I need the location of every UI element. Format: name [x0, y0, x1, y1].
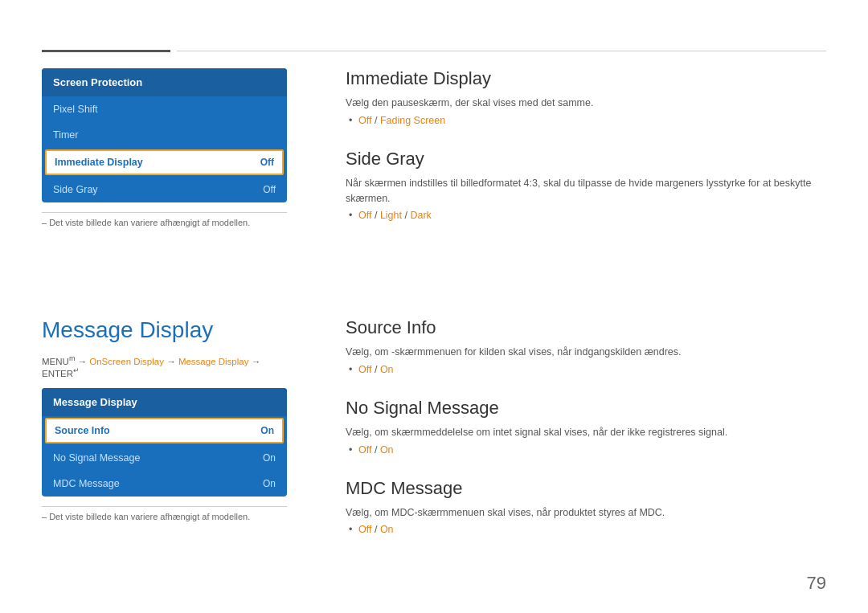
- no-signal-off: Off: [358, 444, 371, 456]
- menu-path: MENUm → OnScreen Display → Message Displ…: [42, 354, 287, 378]
- mdc-message-option: Off / On: [358, 524, 826, 535]
- no-signal-desc: Vælg, om skærmmeddelelse om intet signal…: [346, 425, 826, 440]
- mdc-label: MDC Message: [53, 478, 120, 489]
- menu-item-pixel-shift[interactable]: Pixel Shift: [42, 96, 287, 122]
- side-gray-dark: Dark: [410, 210, 431, 221]
- timer-label: Timer: [53, 129, 78, 141]
- side-gray-off: Off: [358, 210, 371, 221]
- mdc-message-title: MDC Message: [346, 478, 826, 499]
- message-display-link[interactable]: Message Display: [178, 357, 249, 366]
- screen-protection-section: Screen Protection Pixel Shift Timer Imme…: [42, 68, 287, 227]
- immediate-display-fading: Fading Screen: [380, 115, 445, 126]
- sep3: /: [402, 210, 410, 221]
- message-display-section: Message Display MENUm → OnScreen Display…: [42, 317, 287, 521]
- source-info-option: Off / On: [358, 364, 826, 375]
- sep4: /: [371, 364, 379, 375]
- source-info-options: Off / On: [346, 364, 826, 375]
- note-text-2: – Det viste billede kan variere afhængig…: [42, 512, 287, 521]
- onscreen-display-link[interactable]: OnScreen Display: [89, 357, 164, 366]
- menu-sup-icon: m: [69, 354, 76, 362]
- side-gray-title: Side Gray: [346, 149, 826, 170]
- screen-protection-header: Screen Protection: [42, 68, 287, 96]
- menu-item-immediate-display[interactable]: Immediate Display Off: [45, 149, 284, 175]
- immediate-display-option: Off / Fading Screen: [358, 115, 826, 126]
- source-info-value: On: [260, 425, 274, 436]
- source-info-section: Source Info Vælg, om -skærmmenuen for ki…: [346, 317, 826, 375]
- immediate-display-label: Immediate Display: [55, 157, 143, 168]
- source-info-off: Off: [358, 364, 371, 375]
- enter-label: ENTER: [42, 369, 73, 378]
- message-display-box-header: Message Display: [42, 388, 287, 416]
- no-signal-section: No Signal Message Vælg, om skærmmeddelel…: [346, 398, 826, 456]
- message-display-menu: Message Display Source Info On No Signal…: [42, 388, 287, 497]
- source-info-on: On: [380, 364, 394, 375]
- immediate-display-value: Off: [260, 157, 274, 168]
- no-signal-label: No Signal Message: [53, 452, 140, 464]
- note-text: – Det viste billede kan variere afhængig…: [42, 218, 287, 227]
- mdc-message-desc: Vælg, om MDC-skærmmenuen skal vises, når…: [346, 505, 826, 521]
- side-gray-value: Off: [263, 184, 276, 195]
- sep2: /: [371, 210, 379, 221]
- menu-label: MENU: [42, 357, 69, 366]
- no-signal-title: No Signal Message: [346, 398, 826, 419]
- side-gray-light: Light: [380, 210, 402, 221]
- side-gray-option: Off / Light / Dark: [358, 210, 826, 221]
- immediate-display-title: Immediate Display: [346, 68, 826, 89]
- sep1: /: [371, 115, 379, 126]
- pixel-shift-label: Pixel Shift: [53, 104, 98, 115]
- menu-item-side-gray[interactable]: Side Gray Off: [42, 177, 287, 202]
- menu-item-no-signal[interactable]: No Signal Message On: [42, 445, 287, 471]
- immediate-display-desc: Vælg den pauseskærm, der skal vises med …: [346, 96, 826, 111]
- enter-icon: ↵: [73, 366, 80, 374]
- separator: [42, 212, 287, 213]
- page-number: 79: [807, 573, 826, 594]
- top-line-dark: [42, 50, 170, 52]
- side-gray-desc: Når skærmen indstilles til billedformate…: [346, 176, 826, 206]
- immediate-display-section: Immediate Display Vælg den pauseskærm, d…: [346, 68, 826, 126]
- separator-bottom: [42, 506, 287, 507]
- side-gray-section: Side Gray Når skærmen indstilles til bil…: [346, 149, 826, 222]
- menu-item-timer[interactable]: Timer: [42, 122, 287, 148]
- source-info-title: Source Info: [346, 317, 826, 338]
- immediate-display-off: Off: [358, 115, 371, 126]
- mdc-message-on: On: [380, 524, 394, 535]
- top-line-light: [177, 51, 826, 51]
- mdc-message-section: MDC Message Vælg, om MDC-skærmmenuen ska…: [346, 478, 826, 536]
- menu-item-mdc[interactable]: MDC Message On: [42, 471, 287, 497]
- side-gray-label: Side Gray: [53, 184, 98, 195]
- mdc-message-options: Off / On: [346, 524, 826, 535]
- right-top-section: Immediate Display Vælg den pauseskærm, d…: [346, 68, 826, 221]
- sep5: /: [371, 444, 379, 456]
- immediate-display-options: Off / Fading Screen: [346, 115, 826, 126]
- right-bottom-section: Source Info Vælg, om -skærmmenuen for ki…: [346, 317, 826, 535]
- mdc-message-off: Off: [358, 524, 371, 535]
- screen-protection-menu: Screen Protection Pixel Shift Timer Imme…: [42, 68, 287, 202]
- top-lines: [42, 50, 826, 52]
- menu-item-source-info[interactable]: Source Info On: [45, 418, 284, 443]
- source-info-label: Source Info: [55, 425, 110, 436]
- no-signal-options: Off / On: [346, 444, 826, 456]
- arrow-icon-1: →: [78, 357, 90, 366]
- no-signal-on: On: [380, 444, 394, 456]
- no-signal-value: On: [263, 452, 276, 464]
- mdc-value: On: [263, 478, 276, 489]
- source-info-desc: Vælg, om -skærmmenuen for kilden skal vi…: [346, 345, 826, 360]
- no-signal-option: Off / On: [358, 444, 826, 456]
- arrow-icon-2: →: [166, 357, 178, 366]
- sep6: /: [371, 524, 379, 535]
- side-gray-options: Off / Light / Dark: [346, 210, 826, 221]
- message-display-title: Message Display: [42, 317, 287, 343]
- arrow-icon-3: →: [252, 357, 261, 366]
